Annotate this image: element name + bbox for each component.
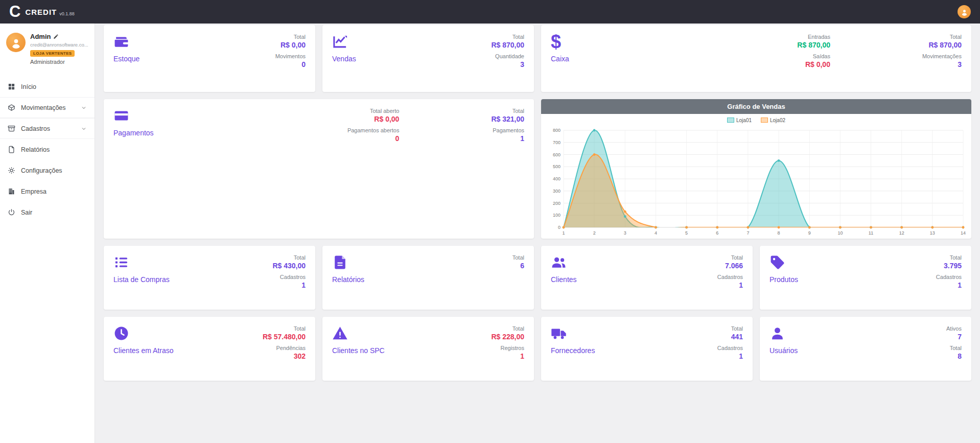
stat-label: Total <box>512 325 524 332</box>
app-version: v0.1.88 <box>59 11 75 16</box>
stat: Pendências 302 <box>276 345 306 360</box>
sidebar-item-sair[interactable]: Sair <box>0 202 95 223</box>
stat-label: Pagamentos <box>493 127 524 133</box>
svg-text:200: 200 <box>553 201 561 206</box>
stat: Total 7.066 <box>725 254 743 270</box>
svg-text:800: 800 <box>553 128 561 133</box>
card-title-clientes[interactable]: Clientes <box>551 275 577 284</box>
card-title-lista-de-compras[interactable]: Lista de Compras <box>113 275 170 284</box>
legend-swatch <box>761 118 768 123</box>
app-logo: C <box>9 0 20 24</box>
card-title-pagamentos[interactable]: Pagamentos <box>113 129 154 137</box>
svg-text:300: 300 <box>553 189 561 194</box>
box-icon <box>8 104 15 111</box>
stat: Total 441 <box>731 325 743 341</box>
stat: Ativos 7 <box>946 325 962 341</box>
svg-text:7: 7 <box>746 230 749 236</box>
svg-text:10: 10 <box>837 230 843 236</box>
sidebar-item-label: Início <box>21 83 36 90</box>
file-icon <box>8 146 15 153</box>
svg-text:6: 6 <box>716 230 718 236</box>
stat-value: R$ 0,00 <box>805 60 830 68</box>
card-clientes: Clientes Total 7.066 Cadastros 1 <box>541 246 753 310</box>
card-caixa: $ Caixa Entradas R$ 870,00 Saídas R$ 0,0… <box>541 25 971 92</box>
stat-label: Quantidade <box>495 53 524 59</box>
stat-label: Ativos <box>946 325 962 332</box>
stat: Total R$ 0,00 <box>281 34 306 49</box>
svg-text:9: 9 <box>808 230 811 236</box>
card-title-estoque[interactable]: Estoque <box>113 55 139 63</box>
profile-avatar[interactable] <box>6 33 26 52</box>
card-title-clientes-em-atraso[interactable]: Clientes em Atraso <box>113 346 174 355</box>
stat: Total R$ 228,00 <box>491 325 524 341</box>
sidebar-item-cadastros[interactable]: Cadastros <box>0 118 95 139</box>
sidebar-item-label: Empresa <box>21 188 46 195</box>
svg-text:1: 1 <box>562 230 565 236</box>
stat-value: 302 <box>294 352 306 360</box>
stat-value: 1 <box>739 281 743 289</box>
stat-value: R$ 870,00 <box>928 41 962 49</box>
sidebar-item-inicio[interactable]: Início <box>0 76 95 97</box>
card-produtos: Produtos Total 3.795 Cadastros 1 <box>760 246 971 310</box>
stat-value: 1 <box>520 352 524 360</box>
profile-email: credit@anronsoftware.co... <box>30 42 88 48</box>
stat-value: R$ 870,00 <box>491 41 524 49</box>
card-title-clientes-no-spc[interactable]: Clientes no SPC <box>332 346 385 355</box>
legend-label: Loja01 <box>736 118 752 123</box>
power-icon <box>8 208 15 216</box>
profile-name: Admin <box>30 33 51 40</box>
card-fornecedores: Fornecedores Total 441 Cadastros 1 <box>541 317 753 381</box>
sidebar-item-empresa[interactable]: Empresa <box>0 181 95 202</box>
stat-value: R$ 870,00 <box>797 41 830 49</box>
svg-text:11: 11 <box>869 230 873 236</box>
stat-value: 1 <box>301 281 306 289</box>
stat: Movimentos 0 <box>275 53 306 68</box>
stat: Total R$ 321,00 <box>491 108 524 123</box>
stat-label: Cadastros <box>280 274 306 280</box>
person-icon <box>769 325 785 341</box>
svg-text:100: 100 <box>553 213 561 218</box>
stat: Registros 1 <box>501 345 524 360</box>
pencil-edit-icon[interactable] <box>53 34 59 39</box>
stat: Cadastros 1 <box>717 345 743 360</box>
stat-value: 0 <box>395 134 400 143</box>
tag-icon <box>769 254 785 270</box>
stat-label: Total <box>950 254 962 261</box>
sidebar-item-relatorios[interactable]: Relatórios <box>0 139 95 160</box>
card-estoque: Estoque Total R$ 0,00 Movimentos 0 <box>104 25 315 92</box>
sidebar-item-movimentacoes[interactable]: Movimentações <box>0 97 95 118</box>
stat-label: Total <box>512 34 524 40</box>
stat-value: 8 <box>958 352 962 360</box>
stat-value: 7 <box>958 333 962 341</box>
chevron-down-icon <box>81 105 87 111</box>
card-title-usuarios[interactable]: Usuários <box>769 346 798 355</box>
chart-title: Gráfico de Vendas <box>541 99 971 114</box>
card-lista-de-compras: Lista de Compras Total R$ 430,00 Cadastr… <box>104 246 315 310</box>
card-title-caixa[interactable]: Caixa <box>551 55 569 63</box>
profile-role: Administrador <box>30 59 88 65</box>
building-icon <box>8 188 15 195</box>
archive-icon <box>8 125 15 132</box>
legend-label: Loja02 <box>770 118 785 123</box>
user-avatar[interactable] <box>958 5 971 18</box>
card-title-produtos[interactable]: Produtos <box>769 275 798 284</box>
card-title-fornecedores[interactable]: Fornecedores <box>551 346 595 355</box>
stat-label: Entradas <box>808 34 830 40</box>
svg-text:4: 4 <box>655 230 657 236</box>
card-title-vendas[interactable]: Vendas <box>332 55 356 63</box>
sales-chart-card: Gráfico de Vendas Loja01 Loja02 01002003… <box>541 99 971 239</box>
sidebar-item-label: Movimentações <box>21 104 66 111</box>
card-pagamentos: Pagamentos Total aberto R$ 0,00 Pagament… <box>104 99 534 239</box>
person-icon <box>10 37 22 49</box>
stat-value: 3.795 <box>944 262 962 270</box>
stat-value: 1 <box>958 281 962 289</box>
card-clientes-em-atraso: Clientes em Atraso Total R$ 57.480,00 Pe… <box>104 317 315 381</box>
sidebar-item-configuracoes[interactable]: Configurações <box>0 160 95 181</box>
stat: Total 3.795 <box>944 254 962 270</box>
list-icon <box>113 254 129 270</box>
svg-text:12: 12 <box>899 230 904 236</box>
card-title-relatorios[interactable]: Relatórios <box>332 275 364 284</box>
legend-item-loja01[interactable]: Loja01 <box>727 118 752 123</box>
svg-text:5: 5 <box>685 230 688 236</box>
legend-item-loja02[interactable]: Loja02 <box>761 118 785 123</box>
